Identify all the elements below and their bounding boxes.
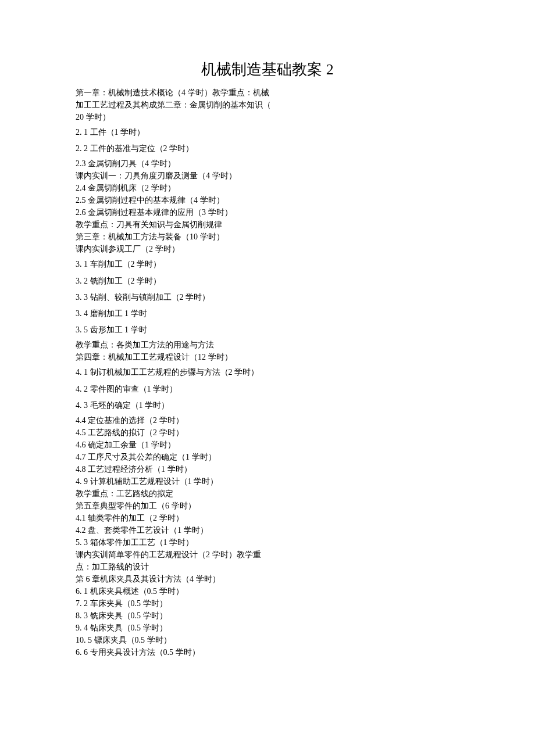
body-line: 3. 5 齿形加工 1 学时 [76, 323, 459, 337]
body-line: 2.3 金属切削刀具（4 学时） [76, 157, 459, 170]
body-line: 4.8 工艺过程经济分析（1 学时） [76, 463, 459, 475]
body-line: 教学重点：各类加工方法的用途与方法 [76, 339, 459, 351]
body-line: 课内实训一：刀具角度刃磨及测量（4 学时） [76, 170, 459, 182]
body-line: 4.6 确定加工余量（1 学时） [76, 439, 459, 451]
body-line: 2.6 金属切削过程基本规律的应用（3 学时） [76, 206, 459, 218]
body-line: 3. 3 钻削、较削与镇削加工（2 学时） [76, 290, 459, 304]
body-line: 4.2 盘、套类零件工艺设计（1 学时） [76, 524, 459, 536]
body-line: 点：加工路线的设计 [76, 561, 459, 573]
body-line: 10. 5 镖床夹具（0.5 学时） [76, 634, 459, 646]
document-title: 机械制造基础教案 2 [76, 58, 459, 81]
body-line: 3. 1 车削加工（2 学时） [76, 257, 459, 271]
body-line: 20 学时） [76, 111, 459, 123]
body-line: 第 6 章机床夹具及其设计方法（4 学时） [76, 573, 459, 585]
body-line: 2. 2 工件的基准与定位（2 学时） [76, 141, 459, 156]
body-line: 6. 6 专用夹具设计方法（0.5 学时） [76, 646, 459, 658]
body-line: 6. 1 机床夹具概述（0.5 学时） [76, 585, 459, 597]
body-line: 教学重点：刀具有关知识与金属切削规律 [76, 218, 459, 231]
body-line: 4.5 工艺路线的拟订（2 学时） [76, 427, 459, 439]
body-line: 第三章：机械加工方法与装备（10 学时） [76, 231, 459, 243]
body-line: 3. 2 铣削加工（2 学时） [76, 274, 459, 288]
body-line: 第五章典型零件的加工（6 学时） [76, 500, 459, 512]
body-line: 4. 1 制订机械加工工艺规程的步骤与方法（2 学时） [76, 365, 459, 379]
body-line: 5. 3 箱体零件加工工艺（1 学时） [76, 536, 459, 549]
body-line: 7. 2 车床夹具（0.5 学时） [76, 597, 459, 610]
body-line: 4.7 工序尺寸及其公差的确定（1 学时） [76, 451, 459, 463]
body-line: 4. 2 零件图的审查（1 学时） [76, 382, 459, 396]
body-line: 课内实训参观工厂（2 学时） [76, 243, 459, 255]
body-line: 2.5 金属切削过程中的基本规律（4 学时） [76, 194, 459, 206]
body-line: 4. 3 毛坯的确定（1 学时） [76, 398, 459, 413]
body-line: 8. 3 铣床夹具（0.5 学时） [76, 610, 459, 622]
body-line: 9. 4 钻床夹具（0.5 学时） [76, 622, 459, 634]
body-line: 3. 4 磨削加工 1 学时 [76, 306, 459, 321]
body-line: 加工工艺过程及其构成第二章：金属切削的基本知识（ [76, 99, 459, 111]
body-line: 课内实训简单零件的工艺规程设计（2 学时）教学重 [76, 549, 459, 561]
body-line: 2. 1 工件（1 学时） [76, 125, 459, 139]
body-line: 第四章：机械加工工艺规程设计（12 学时） [76, 351, 459, 363]
body-line: 4. 9 计算机辅助工艺规程设计（1 学时） [76, 475, 459, 488]
body-line: 教学重点：工艺路线的拟定 [76, 488, 459, 500]
body-line: 4.1 轴类零件的加工（2 学时） [76, 512, 459, 524]
body-line: 4.4 定位基准的选择（2 学时） [76, 414, 459, 427]
body-line: 第一章：机械制造技术概论（4 学时）教学重点：机械 [76, 87, 459, 99]
body-line: 2.4 金属切削机床（2 学时） [76, 182, 459, 194]
